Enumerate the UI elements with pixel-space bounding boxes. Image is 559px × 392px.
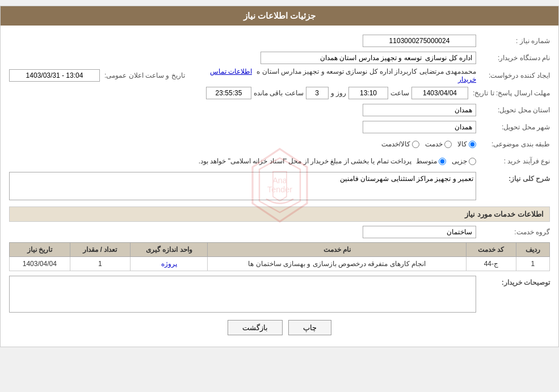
cell-row: 1 (516, 257, 549, 271)
province-label: استان محل تحویل: (476, 106, 550, 114)
city-input[interactable] (363, 121, 476, 133)
buyer-notes-textarea[interactable] (9, 276, 476, 313)
category-service-item: خدمت (425, 140, 452, 148)
buyer-notes-label: توصیحات خریدار: (476, 276, 550, 286)
creator-announce-row: ایجاد کننده درخواست: محمدمهدی مرتضایی کا… (9, 68, 550, 83)
category-row: طبقه بندی موضوعی: کالا خدمت کالا/خدمت (9, 137, 550, 151)
purchase-type-row: نوع فرآیند خرید : جزیی متوسط پرداخت تمام… (9, 154, 550, 168)
col-unit: واحد اندازه گیری (131, 243, 208, 257)
description-label: شرح کلی نیاز: (476, 172, 550, 183)
buyer-notes-value (9, 276, 476, 314)
deadline-label: مهلت ارسال پاسخ: تا تاریخ: (468, 89, 550, 97)
col-name: نام خدمت (208, 243, 466, 257)
col-qty: تعداد / مقدار (70, 243, 130, 257)
deadline-days-label: روز و (331, 89, 346, 97)
category-both-item: کالا/خدمت (381, 140, 419, 148)
category-radio-group: کالا خدمت کالا/خدمت (381, 140, 476, 148)
purchase-type-radio-group: جزیی متوسط (416, 157, 476, 165)
category-service-label: خدمت (425, 140, 443, 148)
buyer-org-value (9, 52, 476, 64)
back-button[interactable]: بازگشت (228, 320, 283, 335)
needle-number-input[interactable] (363, 35, 476, 47)
description-textarea[interactable] (9, 172, 476, 200)
purchase-jozyi-item: جزیی (452, 157, 476, 165)
province-row: استان محل تحویل: (9, 103, 550, 117)
city-value (9, 121, 476, 133)
category-both-radio[interactable] (412, 141, 419, 148)
deadline-time-input[interactable] (348, 87, 388, 99)
purchase-type-area: جزیی متوسط پرداخت تمام یا بخشی از مبلغ خ… (9, 157, 476, 165)
cell-qty: 1 (70, 257, 130, 271)
deadline-time-label: ساعت (390, 89, 409, 97)
deadline-remaining-label: ساعت باقی مانده (254, 89, 304, 97)
deadline-date-input[interactable] (411, 87, 468, 99)
province-input[interactable] (363, 104, 476, 116)
table-row: 1 ج-44 انجام کارهای متفرقه درخصوص بازساز… (10, 257, 550, 271)
purchase-type-label: نوع فرآیند خرید : (476, 157, 550, 165)
province-value (9, 104, 476, 116)
description-row: شرح کلی نیاز: (9, 172, 550, 202)
service-group-input[interactable] (363, 226, 476, 238)
page-container: جزئیات اطلاعات نیاز Ana Tender شماره نیا… (0, 6, 559, 347)
cell-code: ج-44 (466, 257, 516, 271)
buyer-notes-row: توصیحات خریدار: (9, 276, 550, 314)
category-label: طبقه بندی موضوعی: (476, 140, 550, 148)
buyer-org-row: نام دستگاه خریدار: (9, 50, 550, 65)
deadline-remaining-input[interactable] (206, 87, 251, 99)
services-section-title: اطلاعات خدمات مورد نیاز (9, 206, 550, 222)
table-header-row: ردیف کد خدمت نام خدمت واحد اندازه گیری ت… (10, 243, 550, 257)
services-table: ردیف کد خدمت نام خدمت واحد اندازه گیری ت… (9, 242, 550, 271)
purchase-jozyi-label: جزیی (452, 157, 467, 165)
button-row: چاپ بازگشت (9, 320, 550, 335)
deadline-values: ساعت روز و ساعت باقی مانده (206, 87, 468, 99)
announce-input[interactable] (9, 69, 100, 82)
purchase-motavasset-radio[interactable] (439, 158, 446, 165)
content-area: Ana Tender شماره نیاز : نام دستگاه خریدا… (1, 26, 558, 347)
category-kala-item: کالا (457, 140, 476, 148)
needle-number-row: شماره نیاز : (9, 33, 550, 48)
print-button[interactable]: چاپ (288, 320, 331, 335)
buyer-org-input[interactable] (260, 52, 476, 64)
needle-number-value (9, 35, 476, 47)
col-code: کد خدمت (466, 243, 516, 257)
creator-label: ایجاد کننده درخواست: (476, 71, 550, 79)
city-label: شهر محل تحویل: (476, 123, 550, 131)
purchase-motavasset-label: متوسط (416, 157, 437, 165)
page-title: جزئیات اطلاعات نیاز (243, 11, 316, 20)
deadline-days-input[interactable] (306, 87, 329, 99)
category-service-radio[interactable] (444, 141, 452, 148)
service-group-value (9, 226, 476, 238)
col-date: تاریخ نیاز (10, 243, 70, 257)
service-group-row: گروه خدمت: (9, 225, 550, 239)
purchase-jozyi-radio[interactable] (469, 158, 476, 165)
cell-date: 1403/04/04 (10, 257, 70, 271)
buyer-org-label: نام دستگاه خریدار: (476, 54, 550, 62)
page-header: جزئیات اطلاعات نیاز (1, 6, 558, 26)
cell-name: انجام کارهای متفرقه درخصوص بازسازی و بهس… (208, 257, 466, 271)
needle-number-label: شماره نیاز : (476, 37, 550, 45)
col-row: ردیف (516, 243, 549, 257)
description-value (9, 172, 476, 202)
announce-label: تاریخ و ساعت اعلان عمومی: (104, 71, 185, 79)
category-both-label: کالا/خدمت (381, 140, 410, 148)
deadline-row: مهلت ارسال پاسخ: تا تاریخ: ساعت روز و سا… (9, 86, 550, 100)
cell-unit: پروژه (131, 257, 208, 271)
creator-value: محمدمهدی مرتضایی کاربرداز اداره کل نوساز… (196, 68, 476, 83)
category-kala-label: کالا (457, 140, 467, 148)
city-row: شهر محل تحویل: (9, 120, 550, 134)
service-group-label: گروه خدمت: (476, 228, 550, 236)
category-kala-radio[interactable] (469, 141, 476, 148)
purchase-note: پرداخت تمام یا بخشی از مبلغ خریدار از مح… (9, 157, 411, 165)
purchase-motavasset-item: متوسط (416, 157, 446, 165)
